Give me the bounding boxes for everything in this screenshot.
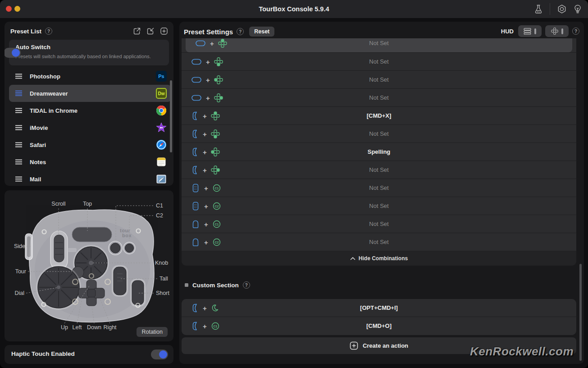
preset-item-notes[interactable]: Notes (9, 153, 171, 170)
preset-item-safari[interactable]: Safari (9, 136, 171, 153)
settings-scrollbar[interactable] (579, 264, 582, 361)
combo-row-top-button-dpad-up[interactable]: +Not Set (186, 38, 572, 52)
binding-value: Not Set (182, 197, 576, 215)
beaker-icon[interactable] (534, 4, 543, 14)
combo-row-tall-button-c1[interactable]: +C1Not Set (182, 179, 576, 197)
device-label-up: Up (61, 324, 68, 331)
preset-item-imovie[interactable]: iMovie (9, 119, 171, 136)
hud-dpad-toggle[interactable] (545, 25, 569, 37)
combo-row-top-button-dpad-left[interactable]: +Not Set (182, 71, 576, 89)
device-label-short: Short (156, 290, 169, 296)
device-label-tall: Tall (160, 276, 168, 282)
combo-row-top-button-dpad-down[interactable]: +Not Set (182, 53, 576, 71)
mail-app-icon (156, 174, 167, 184)
hide-combinations-button[interactable]: Hide Combinations (182, 251, 576, 266)
preset-item-mail[interactable]: Mail (9, 170, 171, 186)
photoshop-app-icon: Ps (156, 71, 167, 82)
device-top-button (72, 227, 112, 242)
combo-row-side-button-dpad-down[interactable]: +Not Set (182, 125, 576, 143)
rotation-button[interactable]: Rotation (137, 327, 168, 337)
lightbulb-icon[interactable] (574, 4, 582, 14)
preset-settings-title: Preset Settings (184, 28, 233, 36)
auto-switch-title: Auto Switch (15, 44, 50, 51)
auto-switch-toggle[interactable] (5, 48, 21, 58)
hud-label: HUD (501, 28, 514, 35)
combo-row-side-button-dpad-left[interactable]: +Spelling (182, 143, 576, 161)
preset-item-label: Notes (30, 159, 156, 166)
device-label-c2: C2 (156, 212, 163, 219)
haptic-toggle[interactable] (151, 350, 168, 359)
preset-list-help-icon[interactable]: ? (45, 28, 52, 35)
preset-item-label: Dreamweaver (30, 90, 156, 97)
preset-list-title: Preset List (10, 28, 41, 35)
drag-handle-icon[interactable] (15, 107, 23, 114)
device-label-right: Right (103, 324, 117, 331)
preset-item-tidal-in-chrome[interactable]: TIDAL in Chrome (9, 102, 171, 119)
combo-row-tall-button-c2[interactable]: +C2Not Set (182, 197, 576, 215)
device-short-button (132, 281, 144, 305)
custom-section-title: Custom Section (192, 282, 239, 289)
preset-settings-help-icon[interactable]: ? (237, 28, 244, 35)
combo-row-side-button-dpad-right[interactable]: +Not Set (182, 161, 576, 179)
device-label-left: Left (73, 324, 82, 331)
device-c1-button (110, 243, 120, 253)
titlebar-divider (550, 3, 550, 15)
preset-item-label: iMovie (30, 124, 156, 131)
drag-handle-icon[interactable] (15, 124, 23, 131)
combo-row-top-button-dpad-right[interactable]: +Not Set (182, 89, 576, 107)
dreamweaver-app-icon: Dw (156, 88, 167, 99)
combo-row-side-button-c1[interactable]: +C1[CMD+O] (182, 317, 576, 335)
imovie-app-icon (156, 122, 167, 133)
combo-row-side-button-dpad-up[interactable]: +[CMD+X] (182, 107, 576, 125)
reset-button[interactable]: Reset (249, 27, 274, 37)
add-preset-icon[interactable] (160, 27, 169, 36)
binding-value: [OPT+CMD+I] (182, 299, 576, 317)
import-icon[interactable] (146, 27, 155, 36)
device-illustration: tour box (5, 190, 173, 341)
device-label-dial: Dial (14, 290, 24, 296)
preset-item-photoshop[interactable]: PhotoshopPs (9, 68, 171, 85)
chrome-app-icon (156, 105, 167, 116)
hud-list-toggle[interactable] (518, 25, 542, 37)
drag-handle-icon[interactable] (15, 142, 23, 148)
custom-section-bullet (185, 283, 188, 287)
chevron-up-icon (350, 257, 356, 260)
preset-list-panel: Preset List ? Auto Switch Presets will s… (5, 22, 173, 186)
titlebar: TourBox Console 5.9.4 (0, 0, 588, 18)
preset-item-label: TIDAL in Chrome (30, 107, 156, 114)
drag-handle-icon[interactable] (15, 90, 23, 97)
combo-row-side-button-tour-button[interactable]: +[OPT+CMD+I] (182, 299, 576, 317)
preset-item-label: Photoshop (30, 73, 156, 80)
combo-row-strip: +Not Set (182, 38, 576, 53)
watermark: KenRockwell.com (470, 345, 574, 359)
binding-value: Not Set (182, 125, 576, 143)
export-icon[interactable] (132, 27, 141, 36)
app-window: TourBox Console 5.9.4 Preset List ? Auto… (0, 0, 588, 368)
combo-row-short-button-c1[interactable]: +C1Not Set (182, 215, 576, 233)
settings-icon[interactable] (557, 4, 567, 14)
drag-handle-icon[interactable] (15, 159, 23, 165)
haptic-label: Haptic Touch Enabled (11, 350, 75, 357)
binding-value: Not Set (182, 179, 576, 197)
binding-value: Not Set (182, 71, 576, 89)
preset-list-scrollbar[interactable] (170, 80, 172, 152)
window-title: TourBox Console 5.9.4 (0, 0, 588, 18)
safari-app-icon (156, 139, 167, 150)
drag-handle-icon[interactable] (15, 176, 23, 182)
device-panel: tour box (5, 190, 173, 341)
device-label-knob: Knob (155, 260, 168, 266)
notes-app-icon (156, 156, 167, 167)
device-label-top: Top (83, 201, 92, 207)
preset-item-label: Mail (30, 176, 156, 183)
custom-section-help-icon[interactable]: ? (243, 281, 250, 289)
hud-help-icon[interactable]: ? (572, 28, 579, 35)
add-action-icon (350, 341, 358, 350)
drag-handle-icon[interactable] (15, 73, 23, 79)
create-action-label: Create an action (363, 342, 408, 349)
binding-value: Not Set (182, 161, 576, 179)
toggle-knob (159, 350, 167, 359)
combo-row-short-button-c2[interactable]: +C2Not Set (182, 233, 576, 251)
preset-item-dreamweaver[interactable]: DreamweaverDw (9, 85, 171, 102)
binding-value: Not Set (186, 38, 572, 52)
binding-value: Not Set (182, 53, 576, 71)
